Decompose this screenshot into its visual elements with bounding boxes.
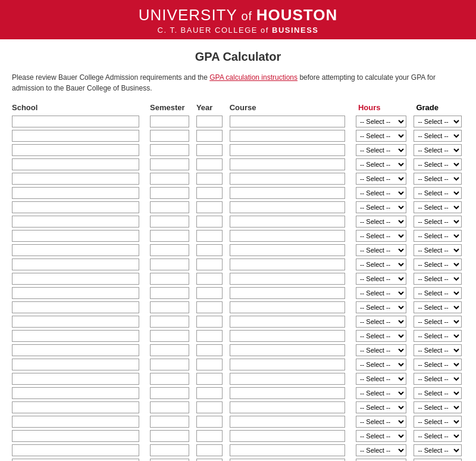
course-input[interactable] <box>230 387 345 399</box>
semester-input[interactable] <box>150 359 189 370</box>
year-input[interactable] <box>196 301 223 313</box>
school-input[interactable] <box>12 344 139 356</box>
year-input[interactable] <box>196 130 223 142</box>
hours-select[interactable]: -- Select -- 1 2 3 4 5 6 <box>356 287 407 299</box>
year-input[interactable] <box>196 116 223 127</box>
semester-input[interactable] <box>150 444 189 456</box>
year-input[interactable] <box>196 416 223 428</box>
school-input[interactable] <box>12 130 139 142</box>
year-input[interactable] <box>196 258 223 270</box>
hours-select[interactable]: -- Select -- 1 2 3 4 5 6 <box>356 216 407 228</box>
school-input[interactable] <box>12 401 139 413</box>
grade-select[interactable]: -- Select -- A A- B+ B B- C+ C C- D+ D D… <box>414 401 462 413</box>
course-input[interactable] <box>230 344 345 356</box>
course-input[interactable] <box>230 287 345 299</box>
school-input[interactable] <box>12 244 139 256</box>
hours-select[interactable]: -- Select -- 1 2 3 4 5 6 <box>356 173 407 185</box>
hours-select[interactable]: -- Select -- 1 2 3 4 5 6 <box>356 401 407 413</box>
hours-select[interactable]: -- Select -- 1 2 3 4 5 6 <box>356 187 407 199</box>
grade-select[interactable]: -- Select -- A A- B+ B B- C+ C C- D+ D D… <box>414 173 462 185</box>
grade-select[interactable]: -- Select -- A A- B+ B B- C+ C C- D+ D D… <box>414 230 462 242</box>
hours-select[interactable]: -- Select -- 1 2 3 4 5 6 <box>356 244 407 256</box>
hours-select[interactable]: -- Select -- 1 2 3 4 5 6 <box>356 459 407 461</box>
semester-input[interactable] <box>150 173 189 185</box>
school-input[interactable] <box>12 459 139 461</box>
school-input[interactable] <box>12 216 139 228</box>
semester-input[interactable] <box>150 387 189 399</box>
year-input[interactable] <box>196 444 223 456</box>
school-input[interactable] <box>12 230 139 242</box>
year-input[interactable] <box>196 287 223 299</box>
year-input[interactable] <box>196 201 223 213</box>
school-input[interactable] <box>12 287 139 299</box>
course-input[interactable] <box>230 401 345 413</box>
semester-input[interactable] <box>150 430 189 442</box>
course-input[interactable] <box>230 216 345 228</box>
semester-input[interactable] <box>150 244 189 256</box>
semester-input[interactable] <box>150 216 189 228</box>
semester-input[interactable] <box>150 287 189 299</box>
semester-input[interactable] <box>150 459 189 461</box>
course-input[interactable] <box>230 416 345 428</box>
course-input[interactable] <box>230 230 345 242</box>
grade-select[interactable]: -- Select -- A A- B+ B B- C+ C C- D+ D D… <box>414 287 462 299</box>
year-input[interactable] <box>196 459 223 461</box>
semester-input[interactable] <box>150 130 189 142</box>
grade-select[interactable]: -- Select -- A A- B+ B B- C+ C C- D+ D D… <box>414 373 462 385</box>
school-input[interactable] <box>12 144 139 156</box>
school-input[interactable] <box>12 330 139 342</box>
year-input[interactable] <box>196 144 223 156</box>
school-input[interactable] <box>12 416 139 428</box>
hours-select[interactable]: -- Select -- 1 2 3 4 5 6 <box>356 116 407 127</box>
grade-select[interactable]: -- Select -- A A- B+ B B- C+ C C- D+ D D… <box>414 359 462 370</box>
school-input[interactable] <box>12 430 139 442</box>
course-input[interactable] <box>230 273 345 285</box>
year-input[interactable] <box>196 216 223 228</box>
school-input[interactable] <box>12 273 139 285</box>
year-input[interactable] <box>196 330 223 342</box>
course-input[interactable] <box>230 201 345 213</box>
year-input[interactable] <box>196 173 223 185</box>
course-input[interactable] <box>230 144 345 156</box>
course-input[interactable] <box>230 373 345 385</box>
year-input[interactable] <box>196 430 223 442</box>
semester-input[interactable] <box>150 330 189 342</box>
hours-select[interactable]: -- Select -- 1 2 3 4 5 6 <box>356 273 407 285</box>
year-input[interactable] <box>196 187 223 199</box>
school-input[interactable] <box>12 387 139 399</box>
grade-select[interactable]: -- Select -- A A- B+ B B- C+ C C- D+ D D… <box>414 158 462 170</box>
year-input[interactable] <box>196 244 223 256</box>
school-input[interactable] <box>12 173 139 185</box>
grade-select[interactable]: -- Select -- A A- B+ B B- C+ C C- D+ D D… <box>414 187 462 199</box>
grade-select[interactable]: -- Select -- A A- B+ B B- C+ C C- D+ D D… <box>414 459 462 461</box>
grade-select[interactable]: -- Select -- A A- B+ B B- C+ C C- D+ D D… <box>414 273 462 285</box>
course-input[interactable] <box>230 359 345 370</box>
year-input[interactable] <box>196 359 223 370</box>
course-input[interactable] <box>230 444 345 456</box>
grade-select[interactable]: -- Select -- A A- B+ B B- C+ C C- D+ D D… <box>414 144 462 156</box>
school-input[interactable] <box>12 116 139 127</box>
hours-select[interactable]: -- Select -- 1 2 3 4 5 6 <box>356 344 407 356</box>
grade-select[interactable]: -- Select -- A A- B+ B B- C+ C C- D+ D D… <box>414 216 462 228</box>
course-input[interactable] <box>230 330 345 342</box>
course-input[interactable] <box>230 316 345 328</box>
course-input[interactable] <box>230 258 345 270</box>
grade-select[interactable]: -- Select -- A A- B+ B B- C+ C C- D+ D D… <box>414 130 462 142</box>
year-input[interactable] <box>196 273 223 285</box>
hours-select[interactable]: -- Select -- 1 2 3 4 5 6 <box>356 444 407 456</box>
year-input[interactable] <box>196 401 223 413</box>
school-input[interactable] <box>12 158 139 170</box>
hours-select[interactable]: -- Select -- 1 2 3 4 5 6 <box>356 373 407 385</box>
semester-input[interactable] <box>150 116 189 127</box>
semester-input[interactable] <box>150 373 189 385</box>
course-input[interactable] <box>230 116 345 127</box>
grade-select[interactable]: -- Select -- A A- B+ B B- C+ C C- D+ D D… <box>414 416 462 428</box>
grade-select[interactable]: -- Select -- A A- B+ B B- C+ C C- D+ D D… <box>414 330 462 342</box>
year-input[interactable] <box>196 316 223 328</box>
school-input[interactable] <box>12 301 139 313</box>
grade-select[interactable]: -- Select -- A A- B+ B B- C+ C C- D+ D D… <box>414 301 462 313</box>
course-input[interactable] <box>230 459 345 461</box>
hours-select[interactable]: -- Select -- 1 2 3 4 5 6 <box>356 201 407 213</box>
course-input[interactable] <box>230 430 345 442</box>
semester-input[interactable] <box>150 230 189 242</box>
